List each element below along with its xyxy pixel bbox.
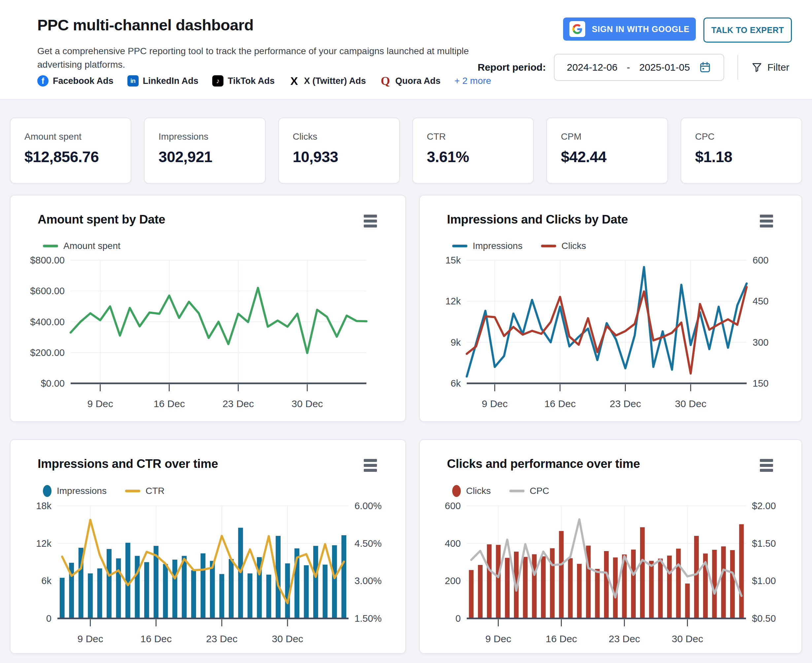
- kpi-card-ctr: CTR 3.61%: [412, 118, 534, 184]
- facebook-icon: f: [37, 75, 48, 87]
- svg-text:600: 600: [445, 501, 461, 511]
- talk-to-expert-button[interactable]: TALK TO EXPERT: [704, 18, 792, 43]
- legend-label: CTR: [145, 486, 165, 496]
- kpi-label: Clicks: [293, 131, 385, 142]
- kpi-card-clicks: Clicks 10,933: [278, 118, 400, 184]
- report-period-row: Report period: 2024-12-06 - 2025-01-05: [478, 54, 789, 81]
- calendar-icon[interactable]: [699, 61, 711, 73]
- google-signin-label: SIGN IN WITH GOOGLE: [592, 24, 689, 34]
- legend-item[interactable]: Clicks: [452, 485, 491, 497]
- legend-item[interactable]: CPC: [509, 486, 549, 496]
- page-title: PPC multi-channel dashboard: [37, 16, 253, 34]
- chart-legend: Impressions CTR: [11, 485, 405, 497]
- svg-text:30 Dec: 30 Dec: [291, 398, 323, 409]
- chart-title: Amount spent by Date: [38, 213, 165, 226]
- kpi-value: $1.18: [695, 148, 788, 166]
- date-separator: -: [627, 62, 630, 73]
- legend-swatch: [452, 485, 461, 497]
- chart-menu-icon[interactable]: [362, 213, 379, 230]
- legend-item[interactable]: Impressions: [452, 241, 523, 251]
- svg-text:30 Dec: 30 Dec: [672, 633, 703, 644]
- platform-x-twitter-ads[interactable]: X X (Twitter) Ads: [289, 75, 366, 87]
- legend-swatch: [452, 245, 467, 247]
- chart-title: Impressions and Clicks by Date: [447, 213, 628, 226]
- chart-legend: Amount spent: [11, 241, 405, 251]
- platform-facebook-ads[interactable]: f Facebook Ads: [37, 75, 113, 87]
- platform-linkedin-ads[interactable]: in LinkedIn Ads: [128, 75, 199, 87]
- svg-text:16 Dec: 16 Dec: [153, 398, 185, 409]
- svg-text:300: 300: [752, 337, 768, 348]
- svg-text:9k: 9k: [450, 337, 461, 348]
- legend-item[interactable]: CTR: [125, 486, 165, 496]
- tiktok-icon: ♪: [212, 75, 223, 87]
- svg-text:150: 150: [752, 378, 768, 389]
- chart-legend: Impressions Clicks: [420, 241, 801, 251]
- svg-text:$0.50: $0.50: [752, 613, 776, 624]
- kpi-label: Impressions: [158, 131, 251, 142]
- svg-text:9 Dec: 9 Dec: [87, 398, 113, 409]
- chart-title: Impressions and CTR over time: [38, 457, 218, 471]
- svg-text:600: 600: [752, 255, 768, 265]
- kpi-value: $12,856.76: [24, 148, 117, 166]
- svg-text:$600.00: $600.00: [30, 286, 65, 296]
- legend-item[interactable]: Amount spent: [43, 241, 121, 251]
- kpi-label: CPC: [695, 131, 788, 142]
- impressions-clicks-chart[interactable]: 6k9k12k15k1503004506009 Dec16 Dec23 Dec3…: [420, 255, 801, 422]
- amount-spent-chart[interactable]: $0.00$200.00$400.00$600.00$800.009 Dec16…: [11, 255, 405, 422]
- platform-tiktok-ads[interactable]: ♪ TikTok Ads: [212, 75, 274, 87]
- google-icon: [569, 21, 585, 37]
- chart-card-amount-spent-by-date: Amount spent by Date Amount spent $0.00$…: [10, 195, 406, 422]
- kpi-row: Amount spent $12,856.76 Impressions 302,…: [10, 118, 802, 184]
- svg-text:$400.00: $400.00: [30, 317, 65, 327]
- svg-text:9 Dec: 9 Dec: [482, 398, 508, 409]
- platform-label: X (Twitter) Ads: [304, 76, 366, 86]
- clicks-cpc-chart[interactable]: 0200400600$0.50$1.00$1.50$2.009 Dec16 De…: [420, 501, 801, 657]
- svg-text:$1.00: $1.00: [752, 576, 776, 586]
- kpi-card-cpc: CPC $1.18: [681, 118, 802, 184]
- svg-text:0: 0: [46, 613, 52, 624]
- talk-to-expert-label: TALK TO EXPERT: [711, 26, 784, 35]
- date-range-input[interactable]: 2024-12-06 - 2025-01-05: [554, 54, 724, 81]
- legend-item[interactable]: Impressions: [43, 485, 107, 497]
- impressions-ctr-chart[interactable]: 06k12k18k1.50%3.00%4.50%6.00%9 Dec16 Dec…: [11, 501, 405, 657]
- platform-label: TikTok Ads: [228, 76, 274, 86]
- date-from: 2024-12-06: [567, 62, 617, 73]
- page-subtitle: Get a comprehensive PPC reporting tool t…: [37, 44, 476, 71]
- svg-text:23 Dec: 23 Dec: [610, 398, 641, 409]
- svg-text:200: 200: [445, 576, 461, 586]
- chart-card-impressions-ctr-over-time: Impressions and CTR over time Impression…: [10, 439, 406, 654]
- svg-text:23 Dec: 23 Dec: [206, 633, 237, 644]
- chart-menu-icon[interactable]: [362, 457, 379, 474]
- chart-menu-icon[interactable]: [758, 457, 775, 474]
- svg-text:400: 400: [445, 538, 461, 549]
- filter-button[interactable]: Filter: [751, 62, 789, 73]
- quora-icon: Q: [380, 75, 391, 87]
- legend-label: Impressions: [57, 486, 107, 496]
- svg-text:16 Dec: 16 Dec: [544, 398, 576, 409]
- header-divider: [738, 55, 738, 79]
- svg-text:6k: 6k: [450, 378, 461, 389]
- chart-legend: Clicks CPC: [420, 485, 801, 497]
- filter-icon: [751, 62, 762, 73]
- legend-item[interactable]: Clicks: [541, 241, 586, 251]
- legend-label: Amount spent: [63, 241, 121, 251]
- legend-swatch: [509, 490, 525, 492]
- svg-text:16 Dec: 16 Dec: [140, 633, 172, 644]
- kpi-card-impressions: Impressions 302,921: [144, 118, 265, 184]
- chart-menu-icon[interactable]: [758, 213, 775, 230]
- svg-text:15k: 15k: [445, 255, 461, 265]
- platform-label: Quora Ads: [396, 76, 441, 86]
- linkedin-icon: in: [128, 75, 139, 87]
- svg-text:23 Dec: 23 Dec: [223, 398, 254, 409]
- svg-text:3.00%: 3.00%: [355, 576, 382, 586]
- google-signin-button[interactable]: SIGN IN WITH GOOGLE: [563, 18, 696, 40]
- svg-text:$2.00: $2.00: [752, 501, 776, 511]
- report-period-label: Report period:: [478, 62, 546, 73]
- platform-quora-ads[interactable]: Q Quora Ads: [380, 75, 441, 87]
- svg-text:$800.00: $800.00: [30, 255, 65, 265]
- chart-card-clicks-performance-over-time: Clicks and performance over time Clicks …: [419, 439, 802, 654]
- platform-label: Facebook Ads: [53, 76, 113, 86]
- legend-swatch: [43, 245, 58, 247]
- chart-title: Clicks and performance over time: [447, 457, 640, 471]
- kpi-value: $42.44: [561, 148, 653, 166]
